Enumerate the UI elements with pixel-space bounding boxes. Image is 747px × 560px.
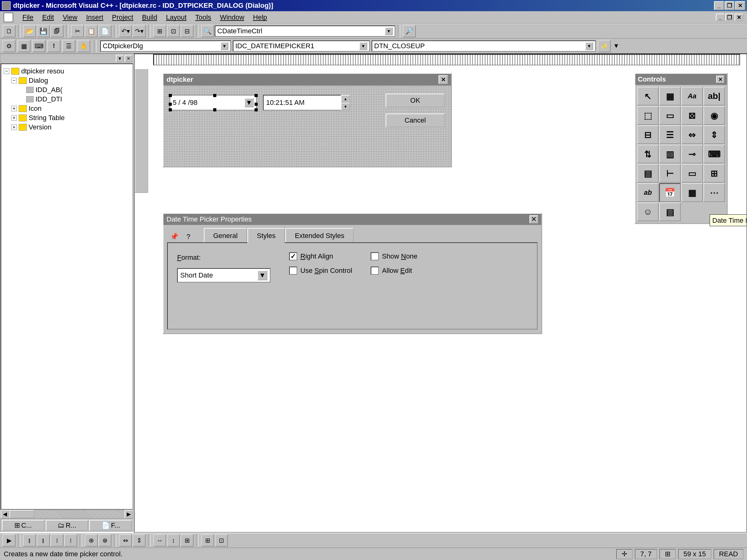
dropdown-icon[interactable]: ▼ (257, 270, 267, 280)
wizard-icon5[interactable]: ☰ (62, 40, 75, 52)
spinner-control[interactable]: ▲ ▼ (341, 95, 350, 110)
monthcal-tool[interactable]: ▦ (681, 183, 703, 202)
same-size-button[interactable]: ⊞ (181, 534, 194, 546)
cut-button[interactable]: ✂ (71, 25, 84, 37)
menu-window[interactable]: Window (216, 12, 249, 23)
tree-collapse-icon[interactable]: − (11, 78, 17, 83)
listbox-tool[interactable]: ☰ (659, 125, 681, 144)
tab-general[interactable]: General (204, 228, 247, 242)
tree-dialog[interactable]: Dialog (29, 77, 48, 85)
mdi-restore-button[interactable]: ❐ (725, 14, 734, 21)
class-combo[interactable]: CDateTimeCtrl ▼ (215, 26, 395, 37)
mdi-close-button[interactable]: ✕ (735, 14, 743, 21)
combobox-tool[interactable]: ⊟ (637, 125, 659, 144)
picture-tool[interactable]: ▦ (659, 87, 681, 105)
hscrollbar-tool[interactable]: ⇔ (681, 125, 703, 144)
wizard-icon2[interactable]: ▦ (18, 40, 30, 52)
menu-build[interactable]: Build (137, 12, 161, 23)
tab-extended-styles[interactable]: Extended Styles (285, 228, 354, 242)
class-name-combo[interactable]: CDtpickerDlg ▼ (100, 41, 231, 52)
document-icon[interactable] (4, 13, 13, 22)
menu-help[interactable]: Help (249, 12, 272, 23)
right-align-checkbox[interactable]: ✓ Right Align (289, 252, 352, 260)
tab-styles[interactable]: Styles (248, 228, 285, 243)
same-width-button[interactable]: ↔ (153, 534, 166, 546)
dialog-titlebar[interactable]: dtpicker ✕ (163, 74, 451, 85)
tree-version[interactable]: Version (29, 123, 51, 131)
undo-button[interactable]: ↶▾ (119, 25, 132, 37)
dropdown-icon[interactable]: ▼ (585, 42, 593, 50)
menu-layout[interactable]: Layout (161, 12, 191, 23)
dialog-editor-canvas[interactable]: dtpicker ✕ 5 / 4 /98 ▼ 10:21: (134, 54, 747, 533)
palette-close-button[interactable]: ✕ (716, 76, 724, 83)
ipaddress-tool[interactable]: ⋯ (703, 183, 725, 202)
open-button[interactable]: 📂 (23, 25, 36, 37)
object-id-combo[interactable]: IDC_DATETIMEPICKER1 ▼ (233, 41, 370, 52)
sidebar-dropdown-button[interactable]: ▼ (116, 55, 124, 62)
workspace-button[interactable]: ⊞ (153, 25, 166, 37)
tabctrl-tool[interactable]: ▭ (681, 164, 703, 183)
output-button[interactable]: ⊡ (167, 25, 180, 37)
menu-view[interactable]: View (58, 12, 81, 23)
wizard-icon4[interactable]: ! (47, 40, 60, 52)
group-box-tool[interactable]: ⬚ (637, 106, 659, 125)
wizard-action-button[interactable]: ✨ (598, 40, 611, 52)
wizard-menu-button[interactable]: ▼ (613, 40, 620, 52)
resourceview-tab[interactable]: 🗂R... (46, 520, 88, 531)
sidebar-close-button[interactable]: ✕ (125, 55, 133, 62)
wizard-icon6[interactable]: ✋ (77, 40, 90, 52)
progress-tool[interactable]: ▥ (659, 145, 681, 163)
align-left-button[interactable]: ⫿ (23, 534, 36, 546)
save-all-button[interactable]: 🗐 (50, 25, 63, 37)
windows-button[interactable]: ⊟ (181, 25, 194, 37)
spin-up-icon[interactable]: ▲ (341, 95, 350, 103)
scroll-left-icon[interactable]: ◄ (1, 510, 9, 518)
message-combo[interactable]: DTN_CLOSEUP ▼ (371, 41, 596, 52)
tree-root[interactable]: dtpicker resou (21, 67, 64, 75)
save-button[interactable]: 💾 (37, 25, 50, 37)
use-spin-checkbox[interactable]: Use Spin Control (289, 267, 352, 275)
button-tool[interactable]: ▭ (659, 106, 681, 125)
help-icon[interactable]: ? (183, 231, 194, 242)
properties-close-button[interactable]: ✕ (530, 215, 538, 223)
toggle-grid-button[interactable]: ⊞ (201, 534, 214, 546)
hotkey-tool[interactable]: ⌨ (703, 145, 725, 163)
mdi-minimize-button[interactable]: _ (716, 14, 725, 21)
cancel-button[interactable]: Cancel (386, 113, 445, 127)
properties-window[interactable]: Date Time Picker Properties ✕ 📌 ? Genera… (162, 213, 542, 334)
space-down-button[interactable]: ⇕ (133, 534, 146, 546)
tree-idd-dtp[interactable]: IDD_DTI (35, 95, 62, 103)
minimize-button[interactable]: _ (714, 1, 724, 10)
palette-titlebar[interactable]: Controls ✕ (635, 74, 727, 85)
test-dialog-button[interactable]: ▶ (2, 534, 16, 546)
menu-file[interactable]: File (18, 12, 38, 23)
fileview-tab[interactable]: 📄F... (89, 520, 132, 531)
spin-tool[interactable]: ⇅ (637, 145, 659, 163)
listctrl-tool[interactable]: ▤ (637, 164, 659, 183)
dialog-preview[interactable]: dtpicker ✕ 5 / 4 /98 ▼ 10:21: (162, 73, 452, 167)
new-button[interactable]: 🗋 (2, 25, 16, 37)
wizard-icon[interactable]: ⚙ (2, 40, 16, 52)
radio-tool[interactable]: ◉ (703, 106, 725, 125)
animate-tool[interactable]: ⊞ (703, 164, 725, 183)
dropdown-icon[interactable]: ▼ (385, 27, 393, 35)
tree-hscrollbar[interactable]: ◄ ► (1, 510, 133, 518)
static-text-tool[interactable]: Aa (681, 87, 703, 105)
wizard-icon3[interactable]: ⌨ (32, 40, 46, 52)
dropdown-icon[interactable]: ▼ (359, 42, 367, 50)
maximize-button[interactable]: ❐ (725, 1, 735, 10)
treectrl-tool[interactable]: ⊢ (659, 164, 681, 183)
tree-expand-icon[interactable]: + (11, 115, 17, 121)
ok-button[interactable]: OK (386, 94, 445, 107)
custom-tool[interactable]: ☺ (637, 203, 659, 221)
same-height-button[interactable]: ↕ (167, 534, 180, 546)
extended-combo-tool[interactable]: ▤ (659, 203, 681, 221)
paste-button[interactable]: 📄 (98, 25, 111, 37)
menu-project[interactable]: Project (108, 12, 137, 23)
align-right-button[interactable]: ⫿ (37, 534, 50, 546)
dropdown-icon[interactable]: ▼ (221, 42, 229, 50)
align-bottom-button[interactable]: ⫶ (64, 534, 77, 546)
allow-edit-checkbox[interactable]: Allow Edit (371, 267, 417, 275)
classview-tab[interactable]: ⊞C... (2, 520, 45, 531)
show-none-checkbox[interactable]: Show None (371, 252, 417, 260)
